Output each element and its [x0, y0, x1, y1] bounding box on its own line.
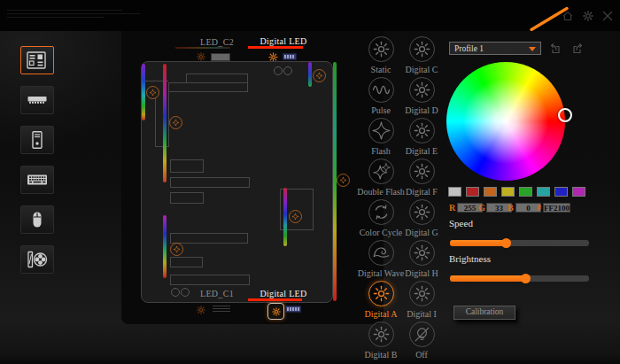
board-trace	[155, 97, 156, 146]
digital-led-bottom-header[interactable]: Digital LED	[244, 289, 323, 298]
led-zone-badge[interactable]	[169, 116, 182, 129]
close-icon[interactable]	[601, 10, 614, 22]
dropdown-caret-icon	[529, 47, 536, 51]
sun-icon	[409, 77, 435, 103]
titlebar	[0, 0, 620, 31]
color-swatch[interactable]	[537, 187, 550, 197]
effect-digital-i[interactable]: Digital I	[388, 281, 455, 319]
effect-digital-d[interactable]: Digital D	[388, 77, 455, 115]
effect-off[interactable]: Off	[388, 321, 455, 360]
board-slot	[170, 233, 248, 244]
digital-led-top-header[interactable]: Digital LED	[244, 36, 323, 46]
calibration-button[interactable]: Calibration	[453, 306, 515, 320]
bulb-off-icon	[409, 321, 435, 347]
hex-label: #	[537, 203, 541, 213]
home-icon[interactable]	[562, 10, 574, 22]
sun-icon	[409, 159, 435, 184]
digital-led-bottom-connector	[285, 306, 301, 313]
sun-icon	[409, 240, 435, 266]
green-label: G	[478, 203, 485, 213]
board-slot	[170, 159, 204, 173]
sidebar-item-keyboard[interactable]	[20, 166, 54, 194]
led-c2-underline	[175, 47, 230, 49]
accent-swoosh	[0, 0, 620, 31]
sun-icon	[409, 199, 435, 225]
board-mount-hole	[274, 66, 283, 75]
board-slot	[168, 82, 248, 92]
sidebar-item-gpu-fan[interactable]	[20, 245, 54, 274]
sun-icon	[409, 281, 435, 306]
sidebar-item-memory[interactable]	[20, 86, 54, 114]
import-profile-icon[interactable]	[547, 42, 562, 56]
effect-digital-g[interactable]: Digital G	[388, 199, 455, 237]
board-slot	[170, 192, 204, 204]
color-swatch[interactable]	[501, 187, 515, 197]
board-slot	[170, 275, 250, 285]
color-wheel[interactable]	[446, 62, 565, 181]
brightness-label: Brightness	[449, 253, 491, 264]
led-c2-connector	[211, 53, 230, 61]
motherboard-icon	[27, 51, 48, 69]
board-trace	[168, 91, 169, 146]
brightness-slider-knob[interactable]	[521, 274, 531, 283]
led-zone-badge[interactable]	[289, 210, 302, 223]
digital-led-top-connector	[283, 53, 297, 60]
sun-icon	[409, 36, 435, 62]
sidebar-item-pc-case[interactable]	[20, 126, 54, 154]
effect-digital-e[interactable]: Digital E	[388, 118, 455, 156]
mouse-icon	[27, 211, 48, 228]
brightness-slider-fill	[450, 275, 525, 282]
led-strip	[163, 215, 167, 278]
effect-digital-f[interactable]: Digital F	[388, 159, 455, 197]
effect-digital-h[interactable]: Digital H	[388, 240, 455, 278]
board-mount-hole	[283, 66, 292, 75]
sun-icon	[409, 118, 435, 143]
led-strip	[308, 62, 312, 87]
color-swatch[interactable]	[466, 187, 479, 197]
led-strip	[163, 64, 167, 182]
color-swatch[interactable]	[572, 187, 585, 197]
speed-slider-knob[interactable]	[501, 238, 511, 248]
effect-digital-c[interactable]: Digital C	[388, 36, 455, 74]
blue-label: B	[508, 203, 514, 213]
led-c1-connector	[213, 304, 230, 314]
pc-case-icon	[27, 131, 48, 149]
speed-slider-fill	[450, 240, 506, 246]
digital-led-bottom-selected-icon[interactable]	[267, 303, 284, 320]
digital-led-bottom-underline	[248, 298, 302, 301]
rgb-lighting-app: LED_C2 Digital LED LED_C1 Digital LED	[0, 0, 620, 364]
led-zone-badge[interactable]	[313, 69, 326, 82]
color-swatch[interactable]	[519, 187, 532, 197]
sidebar-item-motherboard[interactable]	[20, 46, 54, 74]
color-swatch[interactable]	[554, 187, 568, 197]
brightness-slider[interactable]	[450, 275, 589, 282]
led-zone-badge[interactable]	[170, 243, 183, 256]
led-strip	[283, 188, 287, 246]
speed-label: Speed	[449, 218, 473, 228]
keyboard-icon	[27, 171, 48, 189]
gpu-fan-icon	[27, 251, 48, 268]
speed-slider[interactable]	[450, 240, 589, 246]
profile-dropdown-value: Profile 1	[454, 44, 484, 53]
board-slot	[170, 257, 203, 267]
color-swatch[interactable]	[448, 187, 461, 197]
export-profile-icon[interactable]	[570, 42, 585, 56]
settings-gear-icon[interactable]	[582, 10, 594, 22]
color-swatch[interactable]	[484, 187, 497, 197]
color-wheel-selector[interactable]	[558, 108, 572, 122]
led-zone-badge[interactable]	[146, 86, 159, 99]
profile-dropdown[interactable]: Profile 1	[449, 42, 541, 55]
digital-led-top-underline	[248, 46, 303, 49]
color-swatches	[448, 187, 585, 197]
led-strip	[142, 64, 145, 120]
board-trace	[155, 146, 169, 147]
led-c1-connector-icon[interactable]	[196, 305, 206, 315]
sun-icon	[271, 306, 282, 317]
sidebar-item-mouse[interactable]	[20, 205, 54, 234]
hex-value-field[interactable]: FF2100	[543, 203, 570, 213]
red-label: R	[449, 203, 455, 213]
memory-icon	[27, 91, 48, 109]
board-slot	[170, 177, 250, 188]
